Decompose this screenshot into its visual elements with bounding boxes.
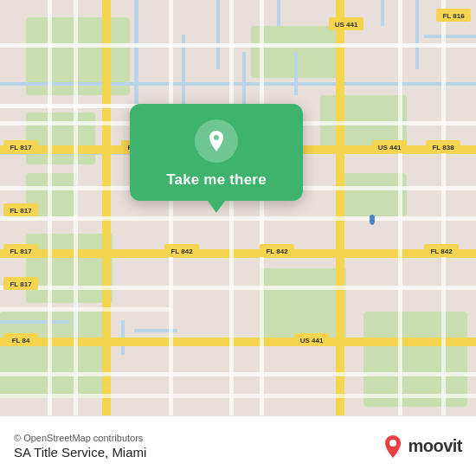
location-pin-icon xyxy=(204,129,228,153)
svg-text:US 441: US 441 xyxy=(378,144,402,151)
svg-rect-30 xyxy=(102,0,111,415)
location-icon-circle xyxy=(195,119,238,163)
svg-rect-45 xyxy=(260,0,264,415)
svg-text:US 441: US 441 xyxy=(300,337,324,344)
svg-point-78 xyxy=(389,440,396,447)
svg-rect-17 xyxy=(242,52,246,104)
svg-rect-20 xyxy=(415,0,419,69)
svg-rect-10 xyxy=(363,312,467,407)
svg-text:US 441: US 441 xyxy=(335,21,358,29)
moovit-brand-text: moovit xyxy=(408,436,462,456)
svg-rect-37 xyxy=(0,286,476,290)
svg-text:FL 842: FL 842 xyxy=(266,248,288,255)
bottom-bar: © OpenStreetMap contributors SA Title Se… xyxy=(0,415,476,476)
svg-text:FL 842: FL 842 xyxy=(430,248,453,255)
svg-rect-16 xyxy=(277,0,280,26)
svg-rect-29 xyxy=(0,338,476,346)
moovit-logo: moovit xyxy=(383,434,462,459)
svg-rect-11 xyxy=(134,0,138,104)
osm-attribution: © OpenStreetMap contributors xyxy=(14,433,146,443)
map-background: FL 817 FL 817 FL 817 FL 817 FL 84 FL 817… xyxy=(0,0,476,415)
svg-rect-42 xyxy=(74,0,78,415)
svg-rect-46 xyxy=(398,0,402,415)
svg-text:FL 816: FL 816 xyxy=(442,12,465,20)
svg-text:FL 842: FL 842 xyxy=(170,248,193,255)
svg-text:FL 817: FL 817 xyxy=(10,144,32,151)
svg-rect-4 xyxy=(26,234,113,303)
svg-rect-28 xyxy=(0,249,476,258)
svg-rect-8 xyxy=(338,173,407,216)
svg-text:FL 817: FL 817 xyxy=(10,280,32,288)
svg-text:FL 84: FL 84 xyxy=(12,337,30,344)
svg-rect-12 xyxy=(0,82,476,86)
svg-text:FL 838: FL 838 xyxy=(432,144,454,151)
svg-text:FL 817: FL 817 xyxy=(10,248,32,255)
svg-point-77 xyxy=(370,215,375,220)
moovit-pin-icon xyxy=(383,434,402,459)
svg-rect-15 xyxy=(216,0,220,69)
svg-rect-32 xyxy=(0,43,476,48)
take-me-there-button-label: Take me there xyxy=(166,171,267,189)
svg-rect-47 xyxy=(441,0,446,415)
svg-rect-38 xyxy=(0,307,173,312)
svg-rect-22 xyxy=(0,320,69,324)
location-name: SA Title Service, Miami xyxy=(14,445,146,460)
svg-rect-41 xyxy=(48,0,52,415)
svg-rect-40 xyxy=(0,394,476,398)
bottom-left-info: © OpenStreetMap contributors SA Title Se… xyxy=(14,433,146,460)
svg-rect-21 xyxy=(424,35,476,38)
svg-rect-43 xyxy=(169,0,173,415)
svg-rect-2 xyxy=(26,113,95,164)
svg-rect-36 xyxy=(0,216,476,221)
svg-rect-19 xyxy=(381,0,384,26)
svg-rect-18 xyxy=(294,52,298,95)
svg-text:FL 817: FL 817 xyxy=(10,207,32,215)
take-me-there-popup[interactable]: Take me there xyxy=(130,104,303,201)
svg-rect-44 xyxy=(229,0,234,415)
svg-rect-31 xyxy=(336,0,344,415)
map-container: FL 817 FL 817 FL 817 FL 817 FL 84 FL 817… xyxy=(0,0,476,415)
svg-rect-39 xyxy=(0,372,476,376)
